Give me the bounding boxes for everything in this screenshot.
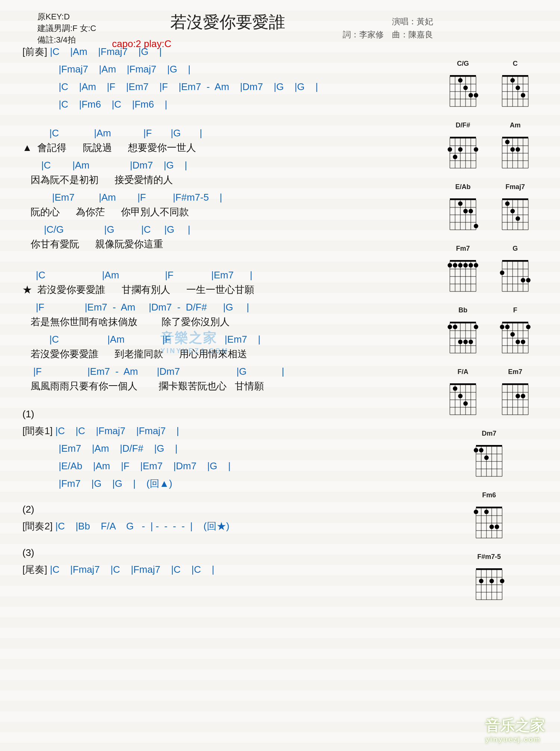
chord-diagram: E/Ab (441, 183, 485, 234)
svg-point-107 (458, 263, 463, 268)
svg-rect-16 (502, 75, 528, 77)
svg-point-44 (453, 155, 457, 159)
svg-point-76 (469, 209, 473, 213)
svg-point-75 (463, 209, 468, 213)
svg-point-204 (479, 448, 483, 452)
svg-point-105 (448, 263, 452, 268)
intro-section: [前奏] |C |Am |Fmaj7 |G | (22, 44, 433, 59)
chord-name: C (493, 60, 538, 68)
chorus-lyrics-0: ★ 若沒愛你要愛誰 甘擱有別人 一生一世心甘願 (22, 282, 433, 297)
svg-point-236 (500, 579, 504, 583)
svg-point-77 (474, 224, 478, 228)
svg-point-61 (516, 147, 520, 152)
svg-rect-222 (476, 568, 502, 570)
svg-point-220 (489, 525, 494, 529)
chord-name: C/G (441, 60, 485, 68)
svg-rect-31 (450, 137, 476, 138)
interlude2-label: [間奏2] (22, 520, 53, 532)
svg-point-175 (458, 394, 463, 398)
repeat3-label: (3) (22, 546, 433, 560)
svg-point-124 (521, 278, 525, 282)
svg-point-92 (516, 216, 520, 221)
svg-point-219 (484, 510, 489, 514)
svg-point-156 (500, 325, 504, 329)
chorus-lyrics-1: 若是無你世間有啥抹倘放 除了愛你沒別人 (22, 315, 433, 329)
chord-name: F#m7-5 (467, 553, 511, 561)
meta-right: 演唱：黃妃 詞：李家修 曲：陳嘉良 (343, 15, 433, 41)
svg-point-108 (463, 263, 468, 268)
repeat1-label: (1) (22, 407, 433, 421)
svg-point-143 (474, 325, 478, 329)
svg-rect-126 (450, 322, 476, 323)
chord-name: F/A (441, 368, 485, 376)
chord-diagram: F (493, 306, 538, 357)
chord-name: Fm7 (441, 245, 485, 253)
verse-lyrics-1: 因為阮不是初初 接受愛情的人 (22, 173, 433, 187)
svg-rect-0 (450, 75, 476, 77)
verse-chords-0: |C |Am |F |G | (22, 126, 433, 140)
verse-lyrics-2: 阮的心 為你茫 你甲別人不同款 (22, 205, 433, 219)
chorus-lyrics-2: 若沒愛你要愛誰 到老攏同款 用心用情來相送 (22, 347, 433, 361)
chord-diagram: Am (493, 121, 538, 172)
original-key: 原KEY:D (37, 11, 96, 23)
svg-point-43 (448, 147, 452, 152)
svg-rect-177 (502, 383, 528, 385)
svg-rect-78 (502, 198, 528, 200)
svg-point-12 (458, 78, 463, 83)
svg-point-110 (474, 263, 478, 268)
interlude1-label: [間奏1] (22, 425, 53, 436)
repeat2-label: (2) (22, 502, 433, 517)
interlude2-line: |C |Bb F/A G - | - - - - | (回★) (53, 520, 229, 532)
interlude1-line-3: |Fm7 |G |G | (回▲) (22, 476, 433, 491)
svg-point-106 (453, 263, 457, 268)
chorus-chords-0: |C |Am |F |Em7 | (22, 268, 433, 282)
svg-point-141 (463, 340, 468, 344)
svg-point-15 (474, 93, 478, 98)
svg-point-90 (505, 201, 510, 206)
chord-diagram: C (493, 60, 538, 110)
chorus-chords-2: |C |Am |F |Em7 | (22, 332, 433, 347)
chord-name: F (493, 306, 538, 314)
chord-diagram: Fm6 (467, 491, 511, 542)
svg-point-158 (510, 332, 515, 337)
header: 原KEY:D 建議男調:F 女:C 備註:3/4拍 若沒愛你要愛誰 capo:2… (22, 11, 433, 33)
watermark-footer: 音乐之家 yinyuezj.com (485, 715, 545, 744)
svg-rect-206 (476, 507, 502, 508)
svg-point-91 (510, 209, 515, 213)
svg-point-203 (474, 448, 478, 452)
chord-diagram: Fm7 (441, 245, 485, 295)
svg-point-235 (489, 579, 494, 583)
svg-point-123 (500, 271, 504, 275)
verse-chords-1: |C |Am |Dm7 |G | (22, 158, 433, 173)
intro-label: [前奏] (22, 46, 47, 57)
verse-lyrics-0: ▲ 會記得 阮說過 想要愛你一世人 (22, 140, 433, 155)
chorus-lyrics-3: 風風雨雨只要有你一個人 擱卡艱苦阮也心 甘情願 (22, 379, 433, 393)
svg-point-142 (469, 340, 473, 344)
svg-rect-191 (476, 445, 502, 446)
svg-point-140 (458, 340, 463, 344)
intro-line-3: |C |Fm6 |C |Fm6 | (22, 97, 433, 112)
time-signature: 備註:3/4拍 (37, 34, 96, 46)
chord-diagram: F#m7-5 (467, 553, 511, 603)
svg-point-138 (448, 325, 452, 329)
svg-rect-144 (502, 322, 528, 323)
svg-point-60 (510, 147, 515, 152)
svg-rect-47 (502, 137, 528, 138)
svg-point-28 (510, 78, 515, 83)
chord-diagram: Bb (441, 306, 485, 357)
chord-name: Dm7 (467, 430, 511, 438)
interlude1-line-0: |C |C |Fmaj7 |Fmaj7 | (53, 425, 179, 436)
svg-point-190 (521, 394, 525, 398)
chord-diagram: D/F# (441, 121, 485, 172)
intro-line-1: |Fmaj7 |Am |Fmaj7 |G | (22, 62, 433, 77)
intro-line-2: |C |Am |F |Em7 |F |Em7 - Am |Dm7 |G |G | (22, 80, 433, 94)
svg-rect-93 (450, 260, 476, 262)
outro-section: [尾奏] |C |Fmaj7 |C |Fmaj7 |C |C | (22, 562, 433, 577)
chord-sheet-main: 原KEY:D 建議男調:F 女:C 備註:3/4拍 若沒愛你要愛誰 capo:2… (22, 11, 441, 615)
interlude2-section: [間奏2] |C |Bb F/A G - | - - - - | (回★) (22, 519, 433, 534)
interlude1-line-2: |E/Ab |Am |F |Em7 |Dm7 |G | (22, 459, 433, 473)
svg-point-157 (505, 325, 510, 329)
verse-chords-2: |Em7 |Am |F |F#m7-5 | (22, 190, 433, 205)
svg-point-176 (463, 401, 468, 406)
svg-point-30 (521, 93, 525, 98)
